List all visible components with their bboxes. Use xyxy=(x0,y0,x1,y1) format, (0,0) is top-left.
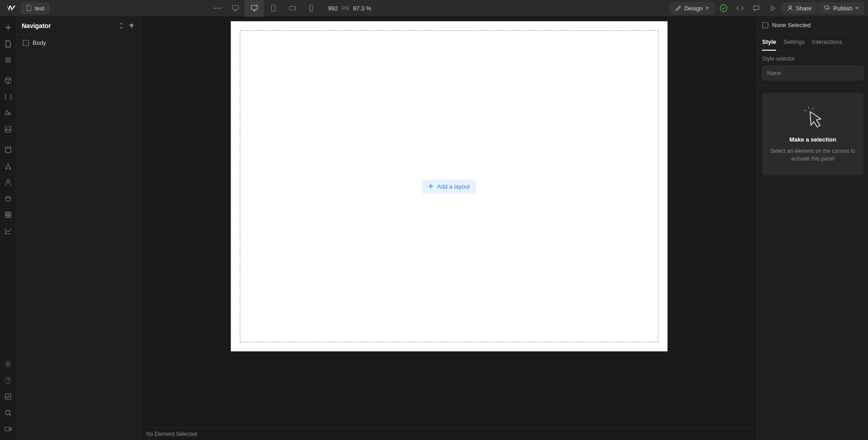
chart-icon xyxy=(4,227,12,235)
nav-tree-body-label: Body xyxy=(33,39,46,46)
nav-tree-body[interactable]: Body xyxy=(20,38,137,48)
svg-point-14 xyxy=(311,10,311,10)
navigator-panel: Navigator Body xyxy=(16,17,141,440)
breakpoint-group xyxy=(226,0,321,17)
svg-line-31 xyxy=(10,414,11,416)
svg-point-27 xyxy=(5,377,11,383)
breakpoint-mobile-landscape[interactable] xyxy=(283,0,302,17)
check-status[interactable] xyxy=(716,1,731,15)
video-icon xyxy=(4,425,12,433)
check-circle-icon xyxy=(720,4,728,12)
droplet-icon xyxy=(4,109,12,117)
svg-rect-22 xyxy=(5,212,8,214)
canvas-zoom[interactable]: 97.3 % xyxy=(353,5,371,12)
element-outline-icon xyxy=(762,22,768,28)
svg-line-35 xyxy=(808,106,809,109)
top-bar: test 992 PX 97.3 % Design xyxy=(0,0,868,17)
breakpoint-desktop-base[interactable] xyxy=(245,0,264,17)
variable-icon xyxy=(4,93,12,101)
list-icon xyxy=(4,56,12,64)
assets-button[interactable] xyxy=(0,121,16,137)
cms-button[interactable] xyxy=(0,142,16,158)
body-element-icon xyxy=(23,40,29,46)
canvas-width[interactable]: 992 xyxy=(328,5,338,12)
canvas[interactable]: Add a layout xyxy=(231,21,668,351)
user-icon xyxy=(787,5,793,11)
publish-label: Publish xyxy=(833,5,853,12)
selected-element-display: None Selected xyxy=(758,17,868,34)
pages-button[interactable] xyxy=(0,36,16,52)
right-panel: None Selected Style Settings Interaction… xyxy=(757,17,868,440)
check-box-icon xyxy=(4,393,12,401)
svg-rect-29 xyxy=(5,394,11,399)
webflow-logo[interactable] xyxy=(4,0,19,16)
more-options[interactable] xyxy=(211,2,224,14)
svg-point-1 xyxy=(217,8,218,9)
video-button[interactable] xyxy=(0,421,16,437)
apps-button[interactable] xyxy=(0,207,16,223)
basket-icon xyxy=(4,194,12,203)
svg-point-10 xyxy=(273,10,273,10)
search-icon xyxy=(4,409,12,417)
svg-rect-24 xyxy=(5,215,8,218)
status-selection-text: No Element Selected xyxy=(146,431,197,437)
design-mode-label: Design xyxy=(684,5,702,12)
tab-style[interactable]: Style xyxy=(762,34,776,51)
design-mode-button[interactable]: Design xyxy=(670,2,714,14)
share-label: Share xyxy=(796,5,812,12)
style-manager-button[interactable] xyxy=(0,105,16,121)
audit-button[interactable] xyxy=(0,388,16,405)
chevron-down-icon xyxy=(706,7,709,9)
logic-button[interactable] xyxy=(0,158,16,174)
comments-button[interactable] xyxy=(749,1,763,15)
analytics-button[interactable] xyxy=(0,223,16,239)
svg-point-0 xyxy=(214,8,215,9)
svg-point-18 xyxy=(5,147,11,148)
navigator-button[interactable] xyxy=(0,52,16,68)
chevron-down-icon xyxy=(855,7,859,9)
canvas-unit: PX xyxy=(342,5,349,12)
search-button[interactable] xyxy=(0,405,16,421)
add-element-button[interactable] xyxy=(0,19,16,36)
code-button[interactable] xyxy=(733,1,747,15)
breakpoint-desktop[interactable] xyxy=(226,0,245,17)
page-selector[interactable]: test xyxy=(21,3,49,14)
page-name: test xyxy=(35,5,44,12)
selected-element-label: None Selected xyxy=(772,22,811,28)
empty-state-title: Make a selection xyxy=(789,136,836,143)
settings-button[interactable] xyxy=(0,356,16,372)
breakpoint-tablet[interactable] xyxy=(264,0,283,17)
breakpoint-mobile-portrait[interactable] xyxy=(302,0,321,17)
share-button[interactable]: Share xyxy=(782,2,817,14)
tab-interactions[interactable]: Interactions xyxy=(812,34,842,51)
svg-point-26 xyxy=(7,363,9,365)
publish-button[interactable]: Publish xyxy=(819,2,864,14)
help-button[interactable] xyxy=(0,372,16,388)
svg-line-36 xyxy=(804,110,806,111)
pin-button[interactable] xyxy=(129,23,135,29)
style-selector-label: Style selector xyxy=(762,56,863,62)
logic-icon xyxy=(4,162,12,170)
expand-collapse-button[interactable] xyxy=(119,23,124,29)
svg-point-16 xyxy=(789,6,791,8)
right-panel-tabs: Style Settings Interactions xyxy=(758,34,868,51)
pin-icon xyxy=(129,23,135,29)
brush-icon xyxy=(675,5,682,11)
svg-rect-23 xyxy=(9,212,11,214)
canvas-size-display: 992 PX 97.3 % xyxy=(328,5,372,12)
add-layout-button[interactable]: Add a layout xyxy=(422,180,476,194)
plus-icon xyxy=(428,184,434,189)
components-button[interactable] xyxy=(0,72,16,89)
svg-rect-3 xyxy=(232,5,238,9)
navigator-title: Navigator xyxy=(22,22,51,29)
tab-settings[interactable]: Settings xyxy=(783,34,805,51)
left-rail xyxy=(0,17,16,440)
cube-icon xyxy=(4,76,12,85)
variables-button[interactable] xyxy=(0,89,16,105)
preview-button[interactable] xyxy=(765,1,780,15)
style-selector-input[interactable]: None xyxy=(762,66,863,80)
ecommerce-button[interactable] xyxy=(0,190,16,207)
svg-line-37 xyxy=(812,107,814,110)
svg-rect-17 xyxy=(5,127,11,132)
users-button[interactable] xyxy=(0,174,16,190)
